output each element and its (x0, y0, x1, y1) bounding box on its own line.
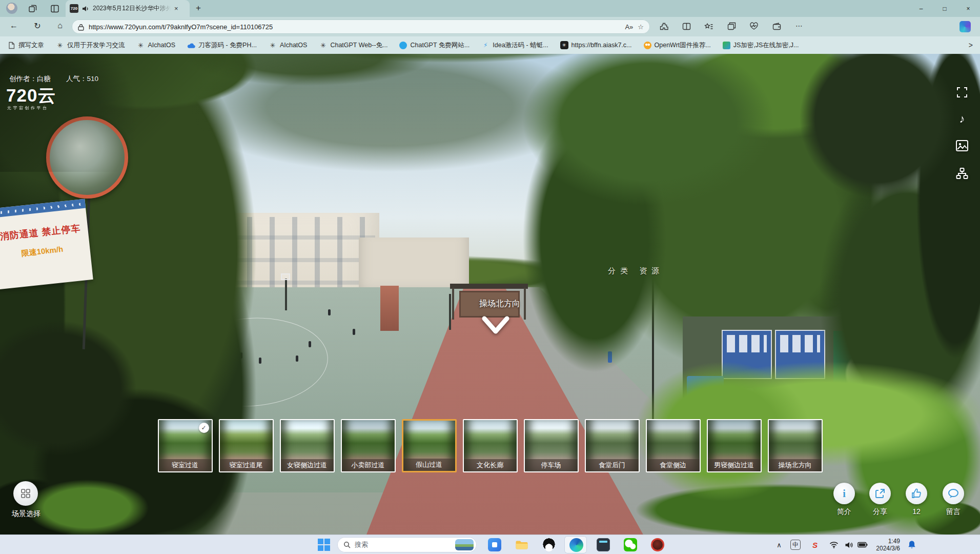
scene-map-button[interactable] (954, 166, 970, 181)
search-highlight-image[interactable] (455, 539, 474, 550)
profile-avatar[interactable] (6, 3, 17, 14)
chevron-down-icon (481, 315, 511, 336)
taskbar-wechat[interactable] (623, 538, 638, 552)
scene-thumbnail[interactable]: 男寝侧边过道 (707, 419, 762, 472)
split-screen-button[interactable] (681, 22, 692, 32)
home-button[interactable]: ⌂ (54, 21, 66, 30)
read-aloud-button[interactable]: A» (625, 23, 633, 31)
bookmark-item[interactable]: ✳ AIchatOS (269, 41, 308, 49)
popularity-label: 人气：510 (66, 74, 98, 84)
browser-navbar: ← ↻ ⌂ https://www.720yun.com/t/79aknlfyO… (0, 17, 980, 36)
scene-thumbnail-selected[interactable]: 假山过道 (402, 419, 457, 472)
info-button[interactable]: i (833, 483, 855, 504)
taskbar-app-red[interactable] (650, 538, 665, 552)
wifi-icon[interactable] (827, 535, 841, 554)
like-button[interactable] (906, 483, 927, 504)
bird-icon (399, 42, 407, 49)
notification-bell[interactable] (905, 535, 918, 554)
bookmark-item[interactable]: ✳ ChatGPT Web--免... (319, 41, 387, 50)
copilot-sidebar-button[interactable] (959, 21, 971, 32)
bookmarks-bar: 撰写文章 ✳ 仅用于开发学习交流 ✳ AIchatOS 刀客源码 - 免费PH.… (0, 36, 980, 54)
creator-label: 创作者：白糖 (9, 74, 51, 84)
volume-icon[interactable] (843, 535, 855, 554)
battery-icon[interactable] (856, 535, 869, 554)
bookmark-label: ChatGPT 免费网站... (410, 41, 469, 50)
taskbar-edge[interactable] (569, 538, 583, 552)
banner-main-text: 消防通道 禁止停车 (0, 221, 88, 243)
panorama-viewer[interactable]: 分类 资源 消防通道 禁止停车 限速10km/h 创作者：白糖 人气：510 7… (0, 54, 980, 535)
settings-menu-button[interactable]: ⋯ (793, 22, 805, 32)
creator-info: 创作者：白糖 人气：510 (9, 74, 98, 84)
scene-thumbnail[interactable]: 文化长廊 (463, 419, 518, 472)
window-close-button[interactable]: × (956, 0, 980, 17)
window-maximize-button[interactable]: □ (933, 0, 956, 17)
scene-select-button[interactable] (13, 481, 38, 506)
banner-speed-text: 限速10km/h (0, 242, 90, 261)
scene-thumbnail[interactable]: 食堂后门 (585, 419, 640, 472)
scene-thumbnail[interactable]: 操场北方向 (768, 419, 823, 472)
workspaces-icon[interactable] (28, 4, 38, 14)
bookmark-item[interactable]: ✳ https://bffn.aiask7.c... (560, 41, 632, 49)
photo-hoop-pole (285, 279, 287, 310)
browser-tab[interactable]: 720 2023年5月12日长沙华中涉外 × (66, 0, 190, 17)
sogou-tray-icon[interactable]: S (809, 535, 821, 554)
wallet-button[interactable] (771, 22, 782, 32)
tray-clock[interactable]: 1:49 2024/3/6 (870, 535, 900, 554)
ime-indicator[interactable]: 中 (789, 535, 802, 554)
thumbs-up-icon (911, 488, 922, 499)
bookmark-label: 撰写文章 (18, 41, 44, 50)
pedestrian (259, 358, 261, 364)
browser-essentials-button[interactable] (748, 22, 760, 32)
taskbar-qq[interactable] (542, 538, 556, 552)
bookmark-item[interactable]: JS加密,JS在线加密,J... (723, 41, 799, 50)
address-bar[interactable]: https://www.720yun.com/t/79aknlfyO7m?sce… (72, 19, 650, 34)
bookmark-item[interactable]: ✳ 仅用于开发学习交流 (56, 41, 125, 50)
music-button[interactable]: ♪ (954, 111, 970, 127)
vertical-tabs-icon[interactable] (50, 4, 60, 14)
720yun-logo[interactable]: 720云 (6, 84, 56, 108)
like-count-label: 12 (899, 507, 934, 516)
bookmark-item[interactable]: ⚡︎ Idea激活码 - 蜻蜓... (481, 41, 548, 50)
bookmark-item[interactable]: ChatGPT 免费网站... (399, 41, 469, 50)
taskbar-app-blue[interactable] (487, 538, 502, 552)
back-button[interactable]: ← (8, 21, 19, 30)
bookmark-item[interactable]: 撰写文章 (7, 41, 44, 50)
taskbar-app-dark[interactable] (596, 538, 610, 552)
extensions-button[interactable] (658, 22, 669, 32)
windows-logo-icon (318, 539, 330, 551)
bookmarks-overflow-chevron[interactable]: > (969, 41, 973, 49)
scene-thumbnail[interactable]: 小卖部过道 (341, 419, 396, 472)
bookmark-item[interactable]: OpenWrt固件推荐... (644, 41, 711, 50)
tray-chevron[interactable]: ∧ (773, 535, 785, 554)
tab-audio-icon[interactable] (82, 4, 89, 13)
tab-close-icon[interactable]: × (174, 5, 178, 12)
hotspot-arrow[interactable] (481, 315, 511, 338)
scene-thumbnail[interactable]: 女寝侧边过道 (280, 419, 335, 472)
share-label: 分享 (862, 507, 898, 517)
tab-title: 2023年5月12日长沙华中涉外 (93, 4, 171, 13)
scene-thumbnail[interactable]: 停车场 (524, 419, 579, 472)
favorites-button[interactable] (703, 22, 714, 32)
collections-button[interactable] (726, 22, 737, 32)
comment-button[interactable] (943, 483, 964, 504)
fullscreen-button[interactable] (954, 85, 970, 100)
lock-icon[interactable] (78, 22, 84, 31)
window-minimize-button[interactable]: – (909, 0, 933, 17)
share-button[interactable] (869, 483, 891, 504)
favorite-star-button[interactable]: ☆ (638, 23, 644, 31)
refresh-button[interactable]: ↻ (32, 21, 43, 31)
scene-thumbnail[interactable]: 食堂侧边 (646, 419, 701, 472)
scene-select-label: 场景选择 (3, 509, 49, 519)
scene-thumbnail[interactable]: ✓ 寝室过道 (158, 419, 213, 472)
tab-favicon-720: 720 (70, 4, 78, 13)
gallery-button[interactable] (954, 138, 970, 153)
taskbar-file-explorer[interactable] (515, 538, 529, 552)
edge-icon (569, 538, 583, 552)
bookmark-item[interactable]: ✳ AIchatOS (137, 41, 176, 49)
start-button[interactable] (317, 538, 331, 552)
photo-icon (956, 140, 968, 151)
bookmark-item[interactable]: 刀客源码 - 免费PH... (187, 41, 257, 50)
new-tab-button[interactable]: + (196, 3, 201, 13)
scene-thumbnail[interactable]: 寝室过道尾 (219, 419, 274, 472)
taskbar-search-box[interactable]: 搜索 (337, 537, 477, 552)
